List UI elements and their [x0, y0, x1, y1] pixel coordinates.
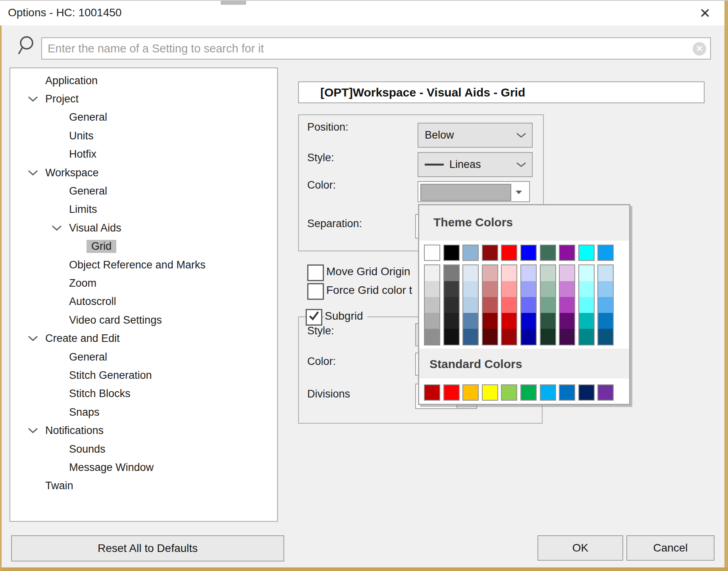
- theme-variant-swatch-4-9[interactable]: [598, 329, 613, 345]
- theme-color-swatch-3[interactable]: [482, 245, 498, 261]
- theme-variant-swatch-3-2[interactable]: [463, 313, 478, 329]
- theme-variant-swatch-2-7[interactable]: [560, 297, 574, 313]
- theme-variant-swatch-1-6[interactable]: [541, 281, 555, 297]
- expand-chevron-icon[interactable]: [28, 170, 38, 176]
- theme-variant-swatch-0-9[interactable]: [598, 265, 613, 281]
- theme-variant-swatch-3-5[interactable]: [521, 313, 536, 329]
- theme-variant-swatch-3-0[interactable]: [425, 313, 439, 329]
- standard-color-swatch-1[interactable]: [443, 384, 460, 401]
- theme-variant-swatch-0-6[interactable]: [541, 265, 555, 281]
- theme-variant-swatch-4-3[interactable]: [483, 329, 497, 345]
- theme-color-swatch-5[interactable]: [520, 245, 537, 261]
- move-grid-origin-checkbox[interactable]: [307, 264, 324, 281]
- theme-variant-swatch-1-0[interactable]: [425, 281, 439, 297]
- tree-item-snaps[interactable]: Snaps: [10, 403, 277, 421]
- theme-color-swatch-7[interactable]: [559, 245, 575, 261]
- theme-variant-swatch-0-3[interactable]: [483, 265, 497, 281]
- theme-variant-swatch-4-4[interactable]: [502, 329, 516, 345]
- theme-variant-swatch-0-2[interactable]: [463, 265, 478, 281]
- standard-color-swatch-3[interactable]: [482, 384, 498, 401]
- standard-color-swatch-8[interactable]: [578, 384, 595, 401]
- standard-color-swatch-4[interactable]: [501, 384, 517, 401]
- standard-color-swatch-9[interactable]: [597, 384, 614, 401]
- standard-color-swatch-5[interactable]: [520, 384, 537, 401]
- theme-variant-swatch-4-7[interactable]: [560, 329, 574, 345]
- theme-variant-swatch-4-1[interactable]: [444, 329, 459, 345]
- tree-item-notifications[interactable]: Notifications: [10, 421, 277, 440]
- theme-variant-swatch-1-4[interactable]: [502, 281, 516, 297]
- tree-item-video-card-settings[interactable]: Video card Settings: [10, 311, 277, 329]
- tree-item-units[interactable]: Units: [10, 127, 277, 145]
- standard-color-swatch-0[interactable]: [424, 384, 440, 401]
- tree-item-sounds[interactable]: Sounds: [10, 440, 277, 458]
- tree-item-twain[interactable]: Twain: [10, 477, 277, 495]
- search-input[interactable]: Enter the name of a Setting to search fo…: [41, 37, 711, 60]
- theme-variant-swatch-2-0[interactable]: [425, 297, 439, 313]
- standard-color-swatch-2[interactable]: [462, 384, 479, 401]
- theme-color-swatch-9[interactable]: [597, 245, 614, 261]
- tree-item-project[interactable]: Project: [10, 90, 277, 108]
- expand-chevron-icon[interactable]: [28, 335, 38, 342]
- tree-item-stitch-generation[interactable]: Stitch Generation: [10, 366, 277, 384]
- theme-variant-swatch-3-9[interactable]: [598, 313, 613, 329]
- theme-variant-swatch-3-4[interactable]: [502, 313, 516, 329]
- position-dropdown[interactable]: Below: [418, 123, 533, 148]
- tree-item-message-window[interactable]: Message Window: [10, 458, 277, 476]
- tree-item-hotfix[interactable]: Hotfix: [10, 145, 277, 164]
- ok-button[interactable]: OK: [537, 535, 623, 561]
- tree-item-grid[interactable]: Grid: [10, 237, 277, 256]
- standard-color-swatch-7[interactable]: [559, 384, 575, 401]
- theme-variant-swatch-1-2[interactable]: [463, 281, 478, 297]
- theme-variant-swatch-1-3[interactable]: [483, 281, 497, 297]
- theme-variant-swatch-3-7[interactable]: [560, 313, 574, 329]
- theme-variant-swatch-0-5[interactable]: [521, 265, 536, 281]
- theme-variant-swatch-1-8[interactable]: [579, 281, 594, 297]
- tree-item-visual-aids[interactable]: Visual Aids: [10, 219, 277, 237]
- theme-variant-swatch-2-9[interactable]: [598, 297, 613, 313]
- theme-variant-swatch-0-8[interactable]: [579, 265, 594, 281]
- theme-variant-swatch-1-5[interactable]: [521, 281, 536, 297]
- theme-variant-swatch-2-5[interactable]: [521, 297, 536, 313]
- theme-variant-swatch-2-8[interactable]: [579, 297, 594, 313]
- subgrid-checkbox[interactable]: [306, 309, 322, 326]
- cancel-button[interactable]: Cancel: [626, 535, 715, 561]
- theme-variant-swatch-2-1[interactable]: [444, 297, 459, 313]
- theme-variant-swatch-3-8[interactable]: [579, 313, 594, 329]
- theme-color-swatch-0[interactable]: [424, 245, 440, 261]
- reset-all-button[interactable]: Reset All to Defaults: [11, 535, 284, 561]
- close-icon[interactable]: ✕: [695, 4, 715, 22]
- theme-variant-swatch-0-0[interactable]: [425, 265, 439, 281]
- theme-variant-swatch-4-8[interactable]: [579, 329, 594, 345]
- tree-item-zoom[interactable]: Zoom: [10, 274, 277, 292]
- theme-variant-swatch-0-1[interactable]: [444, 265, 459, 281]
- theme-variant-swatch-2-4[interactable]: [502, 297, 516, 313]
- search-clear-icon[interactable]: ✕: [693, 42, 706, 56]
- tree-item-general[interactable]: General: [10, 182, 277, 200]
- expand-chevron-icon[interactable]: [52, 225, 62, 231]
- theme-color-swatch-1[interactable]: [443, 245, 460, 261]
- theme-variant-swatch-0-4[interactable]: [502, 265, 516, 281]
- theme-variant-swatch-4-2[interactable]: [463, 329, 478, 345]
- standard-color-swatch-6[interactable]: [540, 384, 556, 401]
- tree-item-object-reference-and-marks[interactable]: Object Reference and Marks: [10, 256, 277, 274]
- expand-chevron-icon[interactable]: [28, 427, 38, 434]
- tree-item-stitch-blocks[interactable]: Stitch Blocks: [10, 385, 277, 403]
- theme-variant-swatch-3-6[interactable]: [541, 313, 555, 329]
- grid-color-dropdown[interactable]: [418, 181, 530, 202]
- theme-variant-swatch-1-1[interactable]: [444, 281, 459, 297]
- theme-variant-swatch-0-7[interactable]: [560, 265, 574, 281]
- tree-item-workspace[interactable]: Workspace: [10, 164, 277, 182]
- theme-variant-swatch-1-9[interactable]: [598, 281, 613, 297]
- tree-item-limits[interactable]: Limits: [10, 201, 277, 219]
- tree-item-autoscroll[interactable]: Autoscroll: [10, 293, 277, 311]
- theme-variant-swatch-2-3[interactable]: [483, 297, 497, 313]
- theme-color-swatch-8[interactable]: [578, 245, 595, 261]
- theme-variant-swatch-2-2[interactable]: [463, 297, 478, 313]
- theme-variant-swatch-1-7[interactable]: [560, 281, 574, 297]
- theme-color-swatch-4[interactable]: [501, 245, 517, 261]
- tree-item-general[interactable]: General: [10, 348, 277, 366]
- tree-item-general[interactable]: General: [10, 108, 277, 127]
- tree-item-application[interactable]: Application: [10, 71, 277, 90]
- theme-variant-swatch-3-3[interactable]: [483, 313, 497, 329]
- theme-variant-swatch-4-5[interactable]: [521, 329, 536, 345]
